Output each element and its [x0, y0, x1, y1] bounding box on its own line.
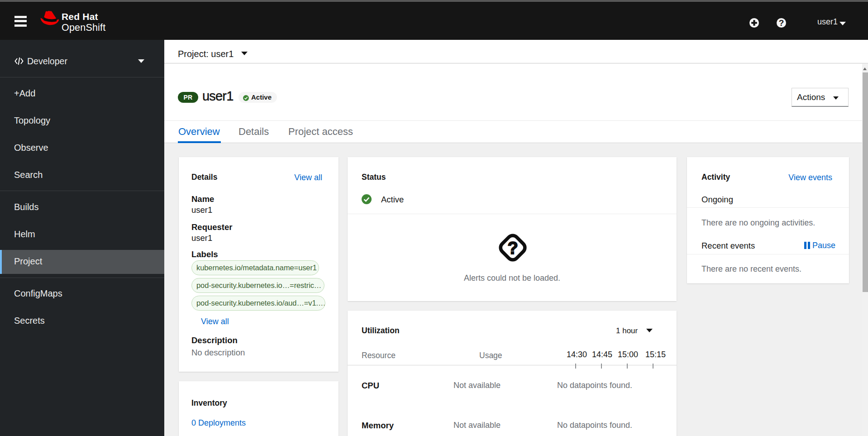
svg-text:?: ? [507, 239, 518, 258]
